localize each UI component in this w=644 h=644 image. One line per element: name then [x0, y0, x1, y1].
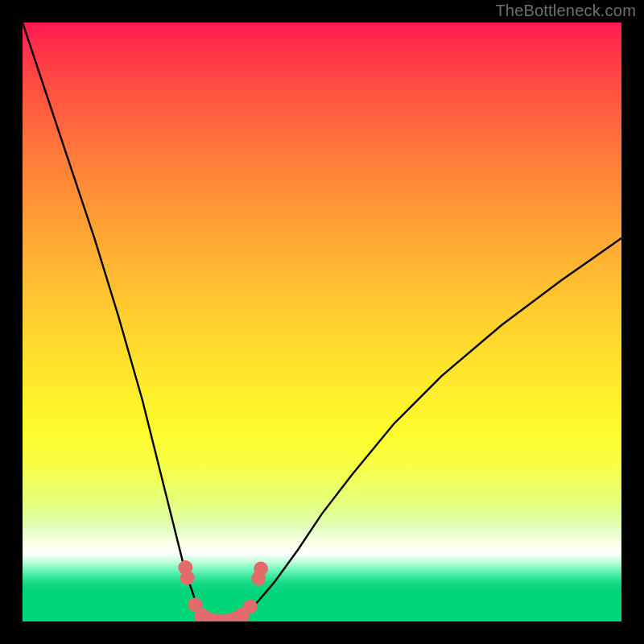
- chart-frame: TheBottleneck.com: [0, 0, 644, 644]
- curve-marker: [243, 599, 258, 613]
- bottleneck-curve: [23, 23, 621, 621]
- chart-svg: [23, 23, 621, 621]
- watermark-text: TheBottleneck.com: [495, 2, 636, 20]
- plot-area: [23, 23, 621, 621]
- curve-marker: [254, 562, 268, 576]
- curve-marker: [180, 571, 195, 585]
